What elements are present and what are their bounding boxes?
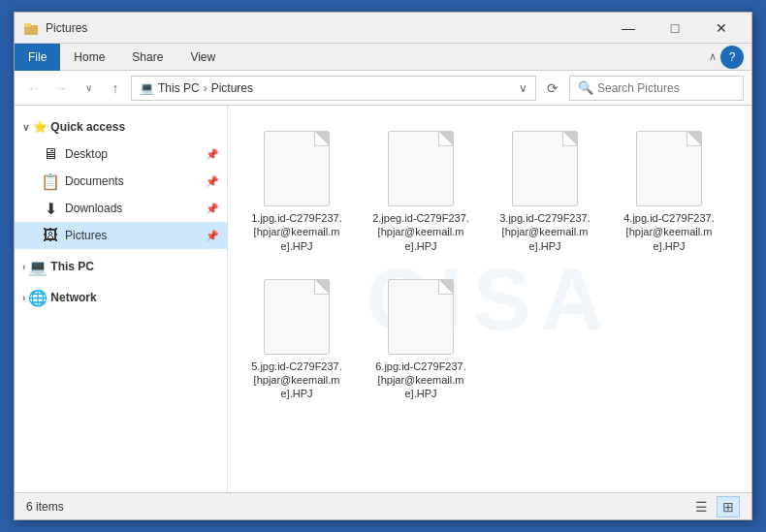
- ribbon-tabs: File Home Share View ∧ ?: [15, 44, 751, 71]
- file-page: [388, 131, 454, 206]
- main-content: ∨ ⭐ Quick access 🖥 Desktop 📌 📋 Documents…: [15, 106, 751, 492]
- sidebar-item-downloads-label: Downloads: [65, 202, 122, 215]
- file-page: [264, 279, 330, 355]
- tab-file[interactable]: File: [15, 44, 60, 71]
- pin-icon-4: 📌: [206, 230, 219, 242]
- minimize-button[interactable]: —: [606, 13, 651, 44]
- file-grid: 1.jpg.id-C279F237.[hpjar@keemail.me].HPJ…: [243, 121, 736, 410]
- file-icon: [634, 130, 704, 207]
- file-page: [512, 131, 578, 206]
- sidebar-item-downloads[interactable]: ⬇ Downloads 📌: [15, 195, 227, 222]
- corner-fold: [439, 280, 453, 294]
- sidebar-item-documents[interactable]: 📋 Documents 📌: [15, 168, 227, 195]
- refresh-button[interactable]: ⟳: [540, 76, 565, 101]
- file-item-2[interactable]: 2.jpeg.id-C279F237.[hpjar@keemail.me].HP…: [367, 121, 474, 262]
- file-name: 3.jpg.id-C279F237.[hpjar@keemail.me].HPJ: [496, 211, 593, 253]
- quick-access-chevron: ∨: [22, 122, 29, 133]
- file-name: 5.jpg.id-C279F237.[hpjar@keemail.me].HPJ: [248, 360, 345, 401]
- path-sep-1: ›: [204, 81, 207, 95]
- sidebar-item-desktop-label: Desktop: [65, 147, 108, 161]
- file-icon: [386, 130, 456, 207]
- path-dropdown-icon[interactable]: ∨: [519, 81, 527, 95]
- window-icon: [22, 19, 40, 37]
- large-icons-view-button[interactable]: ⊞: [717, 496, 740, 517]
- explorer-window: Pictures — □ ✕ File Home Share View ∧ ? …: [14, 12, 752, 520]
- file-icon: [262, 130, 332, 207]
- svg-rect-1: [24, 23, 31, 27]
- collapse-ribbon-icon[interactable]: ∧: [709, 50, 717, 63]
- this-pc-chevron: ›: [22, 262, 25, 272]
- desktop-icon: 🖥: [42, 145, 59, 163]
- network-header[interactable]: › 🌐 Network: [15, 284, 227, 311]
- pin-icon: 📌: [206, 148, 219, 161]
- file-name: 1.jpg.id-C279F237.[hpjar@keemail.me].HPJ: [248, 211, 345, 253]
- search-box[interactable]: 🔍: [569, 76, 744, 101]
- network-icon: 🌐: [29, 289, 47, 306]
- network-section: › 🌐 Network: [15, 284, 227, 311]
- item-count: 6 items: [26, 500, 64, 514]
- file-icon: [386, 278, 456, 356]
- corner-fold: [563, 132, 577, 145]
- window-controls: — □ ✕: [606, 13, 744, 44]
- path-pictures: Pictures: [211, 81, 253, 95]
- address-bar: ← → ∨ ↑ 💻 This PC › Pictures ∨ ⟳ 🔍: [15, 71, 751, 106]
- tab-home[interactable]: Home: [60, 44, 118, 71]
- file-name: 6.jpg.id-C279F237.[hpjar@keemail.me].HPJ: [372, 360, 469, 401]
- sidebar-item-pictures[interactable]: 🖼 Pictures 📌: [15, 222, 227, 249]
- sidebar-item-documents-label: Documents: [65, 174, 124, 188]
- address-path[interactable]: 💻 This PC › Pictures ∨: [131, 76, 536, 101]
- file-item-3[interactable]: 3.jpg.id-C279F237.[hpjar@keemail.me].HPJ: [492, 121, 598, 262]
- window-title: Pictures: [46, 21, 606, 35]
- quick-access-label: ⭐ Quick access: [33, 120, 125, 134]
- corner-fold: [315, 132, 329, 145]
- help-button[interactable]: ?: [720, 46, 744, 69]
- recent-locations-button[interactable]: ∨: [77, 77, 100, 100]
- close-button[interactable]: ✕: [699, 13, 744, 44]
- search-icon: 🔍: [578, 80, 593, 95]
- back-button[interactable]: ←: [22, 77, 46, 100]
- sidebar: ∨ ⭐ Quick access 🖥 Desktop 📌 📋 Documents…: [15, 106, 228, 492]
- file-item-6[interactable]: 6.jpg.id-C279F237.[hpjar@keemail.me].HPJ: [367, 269, 474, 410]
- documents-icon: 📋: [42, 172, 59, 190]
- file-item-5[interactable]: 5.jpg.id-C279F237.[hpjar@keemail.me].HPJ: [243, 269, 350, 410]
- file-page: [264, 131, 330, 206]
- ribbon-chevron-area: ∧ ?: [701, 46, 751, 69]
- title-bar: Pictures — □ ✕: [15, 13, 751, 44]
- up-button[interactable]: ↑: [104, 77, 127, 100]
- sidebar-item-desktop[interactable]: 🖥 Desktop 📌: [15, 141, 227, 168]
- maximize-button[interactable]: □: [653, 13, 697, 44]
- downloads-icon: ⬇: [42, 200, 59, 217]
- file-icon: [510, 130, 580, 207]
- pin-icon-3: 📌: [206, 203, 219, 215]
- details-view-button[interactable]: ☰: [689, 496, 713, 517]
- file-page: [388, 279, 454, 355]
- this-pc-icon: 💻: [29, 258, 47, 275]
- this-pc-label: This PC: [50, 260, 94, 273]
- view-controls: ☰ ⊞: [689, 496, 740, 517]
- sidebar-item-pictures-label: Pictures: [65, 229, 107, 242]
- corner-fold: [315, 280, 329, 294]
- network-chevron: ›: [22, 293, 25, 303]
- pin-icon-2: 📌: [206, 175, 219, 188]
- pictures-icon: 🖼: [42, 227, 59, 244]
- path-icon: 💻: [140, 81, 154, 95]
- forward-button[interactable]: →: [49, 77, 73, 100]
- file-item-4[interactable]: 4.jpg.id-C279F237.[hpjar@keemail.me].HPJ: [616, 121, 722, 262]
- tab-view[interactable]: View: [176, 44, 229, 71]
- this-pc-section: › 💻 This PC: [15, 253, 227, 280]
- network-label: Network: [50, 291, 96, 304]
- file-item-1[interactable]: 1.jpg.id-C279F237.[hpjar@keemail.me].HPJ: [243, 121, 350, 262]
- this-pc-header[interactable]: › 💻 This PC: [15, 253, 227, 280]
- tab-share[interactable]: Share: [118, 44, 176, 71]
- corner-fold: [687, 132, 701, 145]
- file-icon: [262, 278, 332, 356]
- corner-fold: [439, 132, 453, 145]
- search-input[interactable]: [597, 81, 735, 95]
- file-name: 4.jpg.id-C279F237.[hpjar@keemail.me].HPJ: [621, 211, 718, 253]
- quick-access-header[interactable]: ∨ ⭐ Quick access: [15, 113, 227, 141]
- file-page: [636, 131, 702, 206]
- path-this-pc: This PC: [158, 81, 200, 95]
- file-area: CISA 1.jpg.id-C279F237.[hpjar@keemail.me…: [228, 106, 751, 492]
- quick-access-section: ∨ ⭐ Quick access 🖥 Desktop 📌 📋 Documents…: [15, 113, 227, 249]
- status-bar: 6 items ☰ ⊞: [15, 492, 751, 519]
